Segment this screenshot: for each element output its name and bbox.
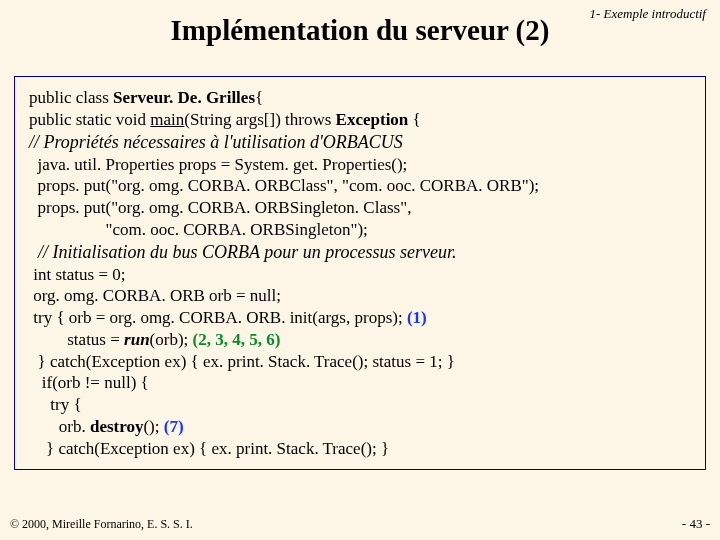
code-line: // Initialisation du bus CORBA pour un p… xyxy=(29,241,691,264)
code-line: public static void main(String args[]) t… xyxy=(29,109,691,131)
page-number: - 43 - xyxy=(682,516,710,532)
code-line: props. put("org. omg. CORBA. ORBClass", … xyxy=(29,175,691,197)
code-line: java. util. Properties props = System. g… xyxy=(29,154,691,176)
code-line: int status = 0; xyxy=(29,264,691,286)
code-line: } catch(Exception ex) { ex. print. Stack… xyxy=(29,438,691,460)
code-block: public class Serveur. De. Grilles{ publi… xyxy=(14,76,706,470)
code-line: public class Serveur. De. Grilles{ xyxy=(29,87,691,109)
code-line: // Propriétés nécessaires à l'utilisatio… xyxy=(29,131,691,154)
code-line: } catch(Exception ex) { ex. print. Stack… xyxy=(29,351,691,373)
code-line: "com. ooc. CORBA. ORBSingleton"); xyxy=(29,219,691,241)
code-line: if(orb != null) { xyxy=(29,372,691,394)
code-line: props. put("org. omg. CORBA. ORBSingleto… xyxy=(29,197,691,219)
code-line: org. omg. CORBA. ORB orb = null; xyxy=(29,285,691,307)
copyright: © 2000, Mireille Fornarino, E. S. S. I. xyxy=(10,517,193,532)
code-line: try { xyxy=(29,394,691,416)
code-line: status = run(orb); (2, 3, 4, 5, 6) xyxy=(29,329,691,351)
code-line: try { orb = org. omg. CORBA. ORB. init(a… xyxy=(29,307,691,329)
chapter-label: 1- Exemple introductif xyxy=(590,6,707,22)
code-line: orb. destroy(); (7) xyxy=(29,416,691,438)
